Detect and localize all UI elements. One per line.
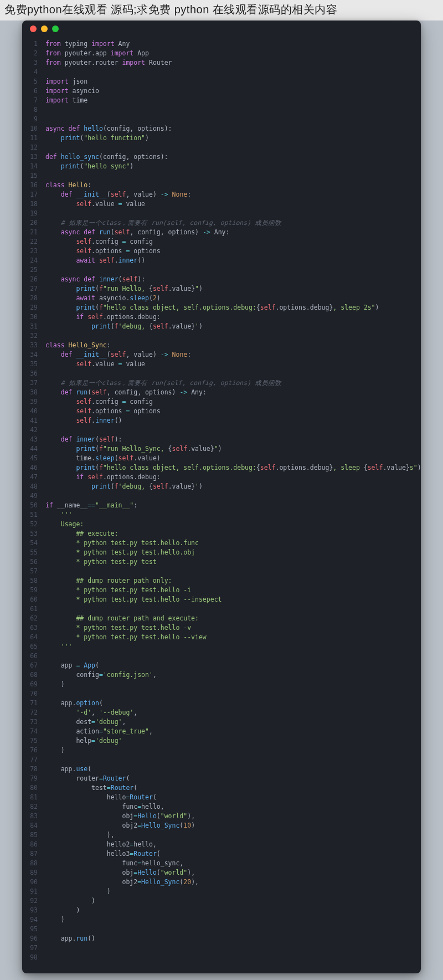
line-number: 73 [22,717,45,727]
minimize-icon[interactable] [41,25,48,32]
line-source: print(f"hello class object, self.options… [45,303,379,312]
line-number: 41 [22,416,45,425]
line-number: 24 [22,256,45,265]
line-source: ) [45,887,111,896]
code-line: 39 self.config = config [22,397,421,407]
line-number: 68 [22,670,45,680]
line-number: 72 [22,708,45,717]
line-source: ''' [45,510,72,520]
code-line: 80 test=Router( [22,783,421,793]
code-line: 28 await asyncio.sleep(2) [22,294,421,303]
line-number: 56 [22,557,45,567]
code-line: 95 [22,925,421,934]
code-line: 81 hello=Router( [22,793,421,802]
line-number: 70 [22,689,45,699]
code-line: 49 [22,491,421,501]
line-source: ## dump router path only: [45,576,172,586]
code-line: 57 [22,567,421,576]
line-number: 37 [22,378,45,388]
code-line: 65 ''' [22,642,421,651]
line-source: ''' [45,642,72,651]
code-line: 82 func=hello, [22,802,421,812]
code-line: 87 hello3=Router( [22,849,421,859]
line-number: 96 [22,934,45,943]
line-number: 82 [22,802,45,812]
line-number: 90 [22,878,45,887]
code-line: 2from pyouter.app import App [22,49,421,58]
code-line: 47 if self.options.debug: [22,473,421,482]
line-source: * python test.py test.hello.func [45,538,199,548]
line-number: 62 [22,614,45,623]
line-source: self.config = config [45,397,153,407]
line-number: 13 [22,152,45,162]
code-line: 69 ) [22,680,421,689]
code-line: 40 self.options = options [22,407,421,416]
line-number: 94 [22,915,45,925]
code-line: 59 * python test.py test.hello -i [22,586,421,595]
code-line: 90 obj2=Hello_Sync(20), [22,878,421,887]
code-line: 67 app = App( [22,661,421,670]
code-line: 72 '-d', '--debug', [22,708,421,717]
line-number: 28 [22,294,45,303]
code-line: 42 [22,425,421,435]
line-source: self.config = config [45,237,153,247]
code-line: 36 [22,369,421,378]
line-number: 50 [22,501,45,510]
code-line: 4 [22,68,421,77]
code-line: 7import time [22,96,421,105]
line-number: 16 [22,181,45,190]
line-source: app.use( [45,764,91,774]
code-line: 48 print(f'debug, {self.value}') [22,482,421,491]
code-area[interactable]: 1from typing import Any2from pyouter.app… [22,37,421,973]
line-source: * python test.py test.hello -i [45,586,191,595]
line-number: 81 [22,793,45,802]
line-number: 10 [22,124,45,134]
close-icon[interactable] [30,25,37,32]
line-number: 60 [22,595,45,604]
line-number: 5 [22,77,45,86]
code-line: 58 ## dump router path only: [22,576,421,586]
code-line: 92 ) [22,896,421,906]
line-number: 69 [22,680,45,689]
line-source: class Hello_Sync: [45,341,111,350]
code-line: 89 obj=Hello("world"), [22,868,421,878]
line-number: 26 [22,275,45,284]
line-source: print(f"hello class object, self.options… [45,463,421,473]
code-line: 38 def run(self, config, options) -> Any… [22,388,421,397]
code-line: 5import json [22,77,421,86]
line-number: 42 [22,425,45,435]
line-number: 18 [22,199,45,209]
line-number: 21 [22,228,45,237]
code-editor-window: 1from typing import Any2from pyouter.app… [22,20,421,973]
line-source: print(f'debug, {self.value}') [45,482,203,491]
code-line: 53 ## execute: [22,529,421,538]
line-number: 38 [22,388,45,397]
line-number: 12 [22,143,45,152]
line-number: 33 [22,341,45,350]
line-source: import time [45,96,87,105]
line-number: 4 [22,68,45,77]
line-number: 34 [22,350,45,360]
line-number: 76 [22,746,45,755]
line-number: 2 [22,49,45,58]
line-number: 98 [22,953,45,962]
code-line: 76 ) [22,746,421,755]
line-source: self.options = options [45,247,161,256]
code-line: 25 [22,265,421,275]
line-number: 31 [22,322,45,331]
maximize-icon[interactable] [52,25,59,32]
line-source: time.sleep(self.value) [45,454,161,463]
code-line: 64 * python test.py test.hello --view [22,633,421,642]
line-number: 78 [22,764,45,774]
line-source: def __init__(self, value) -> None: [45,350,191,360]
line-number: 86 [22,840,45,849]
code-line: 26 async def inner(self): [22,275,421,284]
code-line: 88 func=hello_sync, [22,859,421,868]
line-number: 79 [22,774,45,783]
code-line: 46 print(f"hello class object, self.opti… [22,463,421,473]
code-line: 62 ## dump router path and execute: [22,614,421,623]
code-line: 22 self.config = config [22,237,421,247]
line-number: 49 [22,491,45,501]
line-source: action="store_true", [45,727,153,736]
line-number: 58 [22,576,45,586]
